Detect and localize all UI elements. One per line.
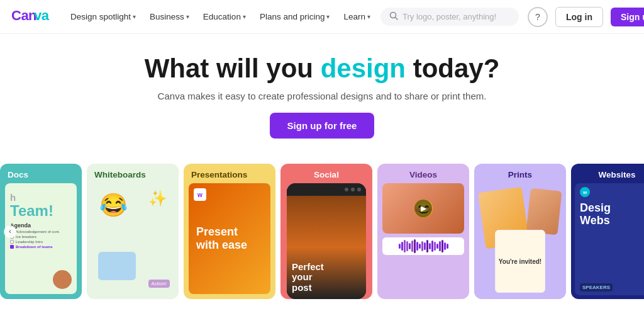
videos-inner: 😊 ▶	[377, 183, 469, 299]
card-videos-label: Videos	[377, 164, 469, 183]
whiteboards-inner: 😂 ✨ Action!	[87, 183, 179, 299]
docs-inner: h Team! Agenda Acknowledgement of cont. …	[5, 183, 77, 294]
canva-logo-small: w	[194, 188, 206, 201]
website-title: Desig Webs	[580, 202, 644, 227]
dot	[351, 188, 355, 191]
signup-button[interactable]: Sign up	[611, 8, 644, 26]
emoji-star: ✨	[148, 190, 167, 207]
prints-bg: You're invited!	[474, 183, 566, 299]
chevron-down-icon: ▾	[367, 13, 370, 20]
website-speakers-badge: SPEAKERS	[580, 283, 613, 292]
nav-learn[interactable]: Learn ▾	[337, 8, 377, 25]
chevron-down-icon: ▾	[326, 13, 330, 20]
search-bar[interactable]	[380, 8, 519, 26]
card-docs-label: Docs	[0, 164, 82, 183]
social-image: Perfect your post	[287, 196, 366, 299]
card-docs[interactable]: ‹ Docs h Team! Agenda Acknowledgement of…	[0, 164, 82, 299]
card-prints[interactable]: Prints You're invited!	[474, 164, 566, 299]
hero-cta-button[interactable]: Sign up for free	[270, 113, 375, 139]
prev-arrow-icon[interactable]: ‹	[4, 225, 16, 238]
invite-card: You're invited!	[495, 230, 545, 293]
hero-subtitle: Canva makes it easy to create profession…	[158, 91, 487, 101]
nav-label: Education	[203, 12, 241, 21]
docs-list-item: Breakdown of teams	[10, 245, 72, 249]
canva-logo[interactable]: Can va	[11, 6, 54, 28]
chevron-down-icon: ▾	[243, 13, 246, 20]
card-whiteboards-label: Whiteboards	[87, 164, 179, 183]
card-websites-label: Websites	[571, 164, 644, 183]
websites-inner: w Desig Webs › SPEAKERS	[575, 183, 644, 295]
card-social[interactable]: Social Perfect your post	[280, 164, 372, 299]
invited-text: You're invited!	[499, 258, 541, 266]
card-websites[interactable]: Websites w Desig Webs › SPEAKERS	[571, 164, 644, 299]
video-thumbnail: 😊 ▶	[382, 183, 464, 234]
nav-items: Design spotlight ▾ Business ▾ Education …	[64, 8, 377, 25]
card-social-label: Social	[280, 164, 372, 183]
hero-section: What will you design today? Canva makes …	[0, 34, 644, 164]
nav-label: Plans and pricing	[260, 12, 325, 21]
docs-list-item: Acknowledgement of cont.	[10, 230, 72, 234]
social-overlay-text: Perfect your post	[292, 262, 324, 293]
nav-label: Business	[150, 12, 184, 21]
social-topbar	[287, 183, 366, 196]
chevron-down-icon: ▾	[133, 13, 136, 20]
hero-title-suffix: today?	[406, 54, 499, 83]
chevron-down-icon: ▾	[186, 13, 189, 20]
card-videos[interactable]: Videos 😊 ▶	[377, 164, 469, 299]
nav-design-spotlight[interactable]: Design spotlight ▾	[64, 8, 142, 25]
category-cards-row: ‹ Docs h Team! Agenda Acknowledgement of…	[0, 164, 644, 299]
website-icon: w	[580, 187, 590, 197]
wb-blue-card	[98, 252, 136, 280]
wb-badge: Action!	[148, 280, 170, 288]
card-presentations[interactable]: Presentations w Present with ease	[184, 164, 275, 299]
card-presentations-label: Presentations	[184, 164, 275, 183]
avatar	[53, 270, 72, 289]
nav-education[interactable]: Education ▾	[197, 8, 252, 25]
social-phone-mockup: Perfect your post	[287, 183, 366, 299]
hero-title: What will you design today?	[145, 53, 500, 84]
prints-inner: You're invited!	[474, 183, 566, 299]
search-icon	[389, 11, 398, 22]
docs-list-item: Leadership Intro	[10, 240, 72, 244]
help-button[interactable]: ?	[528, 7, 548, 27]
docs-list-item: Ice breakers	[10, 235, 72, 239]
card-prints-label: Prints	[474, 164, 566, 183]
presentations-inner: w Present with ease	[189, 183, 270, 294]
search-input[interactable]	[402, 12, 510, 21]
waveform-visual	[382, 237, 464, 255]
nav-label: Learn	[343, 12, 365, 21]
hero-title-highlight: design	[321, 54, 406, 83]
docs-agenda-label: Agenda	[10, 222, 72, 229]
card-whiteboards[interactable]: Whiteboards 😂 ✨ Action!	[87, 164, 179, 299]
pres-text: Present with ease	[196, 225, 247, 252]
navbar: Can va Design spotlight ▾ Business ▾ Edu…	[0, 0, 644, 34]
dot	[345, 188, 348, 191]
emoji-laughing: 😂	[99, 192, 128, 218]
nav-plans-pricing[interactable]: Plans and pricing ▾	[253, 8, 336, 25]
svg-text:va: va	[34, 8, 50, 23]
docs-team-text: h Team!	[10, 188, 72, 218]
svg-text:Can: Can	[11, 8, 36, 23]
nav-label: Design spotlight	[70, 12, 131, 21]
hero-title-prefix: What will you	[145, 54, 321, 83]
login-button[interactable]: Log in	[555, 7, 603, 27]
nav-business[interactable]: Business ▾	[143, 8, 196, 25]
dot	[357, 188, 361, 191]
svg-line-3	[396, 18, 398, 20]
